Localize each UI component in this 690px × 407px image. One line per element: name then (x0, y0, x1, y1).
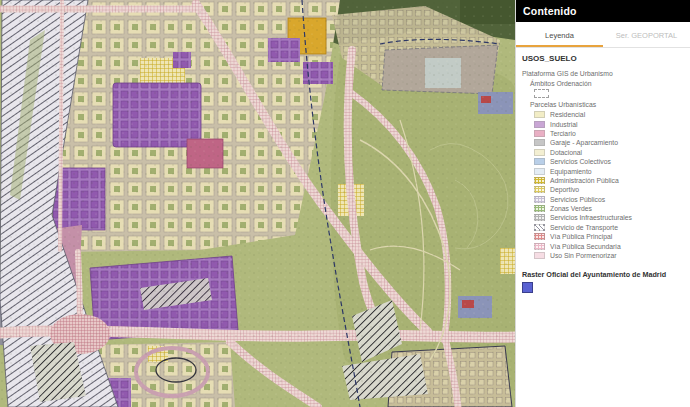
legend-item-label: Uso Sin Pormenorizar (550, 252, 616, 259)
legend-swatch-icon (534, 224, 545, 231)
raster-swatch-icon (522, 282, 533, 293)
legend-swatch-icon (534, 168, 545, 175)
legend-item: Industrial (534, 119, 684, 128)
legend-swatch-icon (534, 243, 545, 250)
legend-item-label: Servicios Colectivos (550, 158, 611, 165)
legend-item-label: Residencial (550, 111, 585, 118)
legend-item: Terciario (534, 129, 684, 138)
map-canvas[interactable] (0, 0, 515, 407)
legend-swatch-icon (534, 121, 545, 128)
map-texture-overlay (0, 0, 515, 407)
legend-item-label: Servicios Infraestructurales (550, 214, 632, 221)
legend-item: Deportivo (534, 185, 684, 194)
tab-leyenda[interactable]: Leyenda (516, 24, 603, 47)
legend-swatch-icon (534, 252, 545, 259)
tab-bar: Leyenda Ser. GEOPORTAL (516, 24, 690, 48)
legend-item: Zonas Verdes (534, 204, 684, 213)
legend-item: Servicios Colectivos (534, 157, 684, 166)
legend-item: Residencial (534, 110, 684, 119)
legend-group-title: Plataforma GIS de Urbanismo (522, 70, 684, 77)
legend-item-label: Servicios Públicos (550, 196, 605, 203)
content-panel: Contenido Leyenda Ser. GEOPORTAL USOS_SU… (515, 0, 690, 407)
legend-swatch-icon (534, 158, 545, 165)
legend-item-label: Vía Pública Principal (550, 233, 612, 240)
legend-swatch-icon (534, 186, 545, 193)
legend-item-label: Industrial (550, 121, 578, 128)
legend-item: Servicios Públicos (534, 195, 684, 204)
legend-item: Servicio de Transporte (534, 223, 684, 232)
legend-subgroup-ambitos: Ámbitos Ordenación (530, 80, 684, 87)
legend-item-label: Garaje - Aparcamiento (550, 139, 618, 146)
legend-item: Garaje - Aparcamiento (534, 138, 684, 147)
legend-item: Vía Pública Secundaria (534, 241, 684, 250)
legend-item-label: Equipamiento (550, 168, 592, 175)
legend-item: Dotacional (534, 148, 684, 157)
legend-swatch-icon (534, 214, 545, 221)
ambitos-ordenacion-swatch-icon (534, 89, 549, 98)
legend-swatch-icon (534, 196, 545, 203)
tab-ser-geoportal[interactable]: Ser. GEOPORTAL (603, 24, 690, 47)
legend-swatch-icon (534, 130, 545, 137)
legend-item: Uso Sin Pormenorizar (534, 251, 684, 260)
map-art (0, 0, 515, 407)
legend-swatch-icon (534, 139, 545, 146)
legend-item-label: Administración Pública (550, 177, 619, 184)
legend-items-list: Residencial Industrial Terciario Garaje … (534, 110, 684, 260)
legend-item-label: Vía Pública Secundaria (550, 243, 621, 250)
panel-title: Contenido (516, 0, 690, 22)
layer-title: USOS_SUELO (522, 54, 684, 63)
legend-panel-body: USOS_SUELO Plataforma GIS de Urbanismo Á… (516, 48, 690, 407)
legend-item: Vía Pública Principal (534, 232, 684, 241)
legend-item-label: Deportivo (550, 186, 579, 193)
legend-swatch-icon (534, 233, 545, 240)
legend-swatch-icon (534, 111, 545, 118)
legend-item-label: Zonas Verdes (550, 205, 592, 212)
legend-item-label: Servicio de Transporte (550, 224, 618, 231)
legend-item: Administración Pública (534, 176, 684, 185)
legend-swatch-icon (534, 177, 545, 184)
raster-layer-title: Raster Oficial del Ayuntamiento de Madri… (522, 270, 684, 279)
legend-swatch-icon (534, 149, 545, 156)
legend-item: Servicios Infraestructurales (534, 213, 684, 222)
legend-subgroup-parcelas: Parcelas Urbanísticas (530, 101, 684, 108)
legend-item: Equipamiento (534, 166, 684, 175)
legend-swatch-icon (534, 205, 545, 212)
legend-item-label: Terciario (550, 130, 576, 137)
legend-tree: Plataforma GIS de Urbanismo Ámbitos Orde… (522, 70, 684, 260)
panel-title-label: Contenido (523, 5, 577, 17)
legend-item-label: Dotacional (550, 149, 582, 156)
